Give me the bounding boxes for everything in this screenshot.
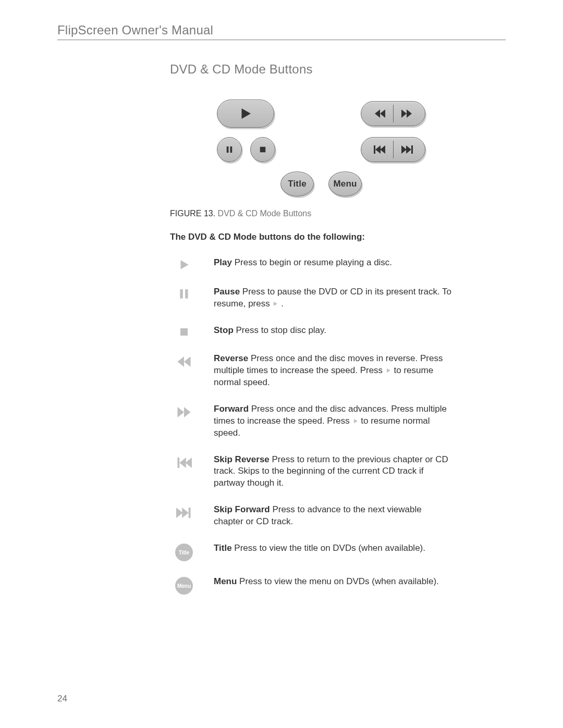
stop-button[interactable] — [250, 137, 275, 162]
definition-reverse: Reverse Press once and the disc moves in… — [170, 353, 506, 389]
running-header: FlipScreen Owner's Manual — [57, 23, 506, 40]
definition-title: TitleTitle Press to view the title on DV… — [170, 542, 506, 561]
title-icon: Title — [170, 542, 198, 561]
stop-icon — [170, 325, 198, 338]
rewind-icon — [372, 107, 388, 120]
skip-forward-icon — [170, 504, 198, 521]
definition-skip-reverse: Skip Reverse Press to return to the prev… — [170, 454, 506, 490]
definition-text: Menu Press to view the menu on DVDs (whe… — [214, 576, 439, 588]
pill-divider — [393, 105, 394, 122]
definition-text: Pause Press to pause the DVD or CD in it… — [214, 286, 454, 310]
definition-text: Skip Reverse Press to return to the prev… — [214, 454, 454, 490]
definition-forward: Forward Press once and the disc advances… — [170, 403, 506, 439]
definition-text: Reverse Press once and the disc moves in… — [214, 353, 454, 389]
definition-text: Forward Press once and the disc advances… — [214, 403, 454, 439]
definition-text: Title Press to view the title on DVDs (w… — [214, 542, 425, 554]
reverse-icon — [170, 353, 198, 369]
skip-pill[interactable] — [361, 137, 425, 162]
rewind-forward-pill[interactable] — [361, 101, 425, 126]
definition-text: Stop Press to stop disc play. — [214, 325, 326, 337]
forward-icon — [170, 403, 198, 420]
title-button[interactable]: Title — [280, 171, 314, 196]
menu-button[interactable]: Menu — [328, 171, 362, 196]
definition-play: Play Press to begin or resume playing a … — [170, 257, 506, 272]
definition-skip-forward: Skip Forward Press to advance to the nex… — [170, 504, 506, 528]
figure-dvd-cd-buttons: Title Menu FIGURE 13. DVD & CD Mode Butt… — [170, 100, 436, 218]
skip-reverse-icon — [370, 143, 388, 156]
pause-icon — [225, 145, 234, 154]
forward-icon — [399, 107, 414, 120]
pill-divider — [393, 141, 394, 158]
page-number: 24 — [57, 694, 67, 704]
skip-forward-icon — [399, 143, 417, 156]
skip-reverse-icon — [170, 454, 198, 471]
pause-button[interactable] — [217, 137, 242, 162]
section-title: DVD & CD Mode Buttons — [170, 62, 506, 77]
figure-caption-text: DVD & CD Mode Buttons — [218, 209, 312, 218]
pause-icon — [170, 286, 198, 301]
definition-text: Play Press to begin or resume playing a … — [214, 257, 392, 269]
figure-caption: FIGURE 13. DVD & CD Mode Buttons — [170, 209, 436, 218]
intro-line: The DVD & CD Mode buttons do the followi… — [170, 232, 506, 242]
definition-pause: Pause Press to pause the DVD or CD in it… — [170, 286, 506, 310]
stop-icon — [258, 145, 267, 154]
definition-stop: Stop Press to stop disc play. — [170, 325, 506, 338]
definitions-list: Play Press to begin or resume playing a … — [170, 257, 506, 595]
play-icon — [170, 257, 198, 272]
menu-icon: Menu — [170, 576, 198, 595]
definition-menu: MenuMenu Press to view the menu on DVDs … — [170, 576, 506, 595]
play-button[interactable] — [217, 100, 274, 128]
play-icon — [238, 106, 253, 121]
definition-text: Skip Forward Press to advance to the nex… — [214, 504, 454, 528]
figure-caption-label: FIGURE 13. — [170, 209, 215, 218]
